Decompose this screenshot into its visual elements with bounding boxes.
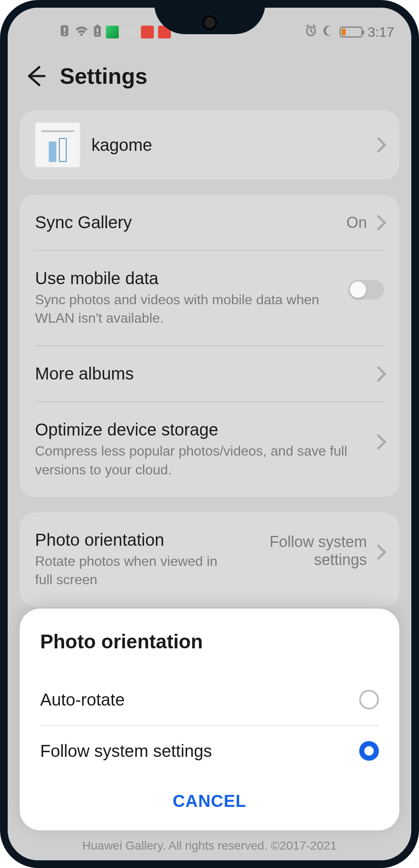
sync-gallery-label: Sync Gallery <box>35 213 346 232</box>
footer-copyright: Huawei Gallery. All rights reserved. ©20… <box>8 839 411 853</box>
dialog-option-auto-rotate[interactable]: Auto-rotate <box>40 674 379 725</box>
photo-orientation-sub: Rotate photos when viewed in full screen <box>35 552 230 589</box>
alert-icon <box>59 24 70 40</box>
chevron-right-icon <box>371 434 387 450</box>
svg-rect-5 <box>97 28 98 32</box>
photo-orientation-label: Photo orientation <box>35 530 230 550</box>
mobile-data-row[interactable]: Use mobile data Sync photos and videos w… <box>20 251 399 345</box>
cancel-button[interactable]: CANCEL <box>40 776 379 818</box>
dialog-option-follow-system[interactable]: Follow system settings <box>40 725 379 776</box>
mobile-data-toggle[interactable] <box>348 280 384 300</box>
radio-checked-icon[interactable] <box>359 741 379 761</box>
orientation-card: Photo orientation Rotate photos when vie… <box>20 512 399 607</box>
profile-card: kagome <box>20 110 399 179</box>
chevron-right-icon <box>371 137 387 153</box>
mobile-data-sub: Sync photos and videos with mobile data … <box>35 291 348 327</box>
radio-unchecked-icon[interactable] <box>359 690 379 709</box>
svg-rect-4 <box>96 25 99 26</box>
profile-name: kagome <box>91 135 373 155</box>
app-icon-2 <box>141 26 154 38</box>
svg-rect-6 <box>97 33 98 35</box>
chevron-right-icon <box>371 366 387 382</box>
sync-gallery-row[interactable]: Sync Gallery On <box>20 195 399 250</box>
svg-rect-2 <box>64 33 65 35</box>
alarm-icon <box>305 24 317 40</box>
svg-rect-1 <box>64 27 65 32</box>
optimize-sub: Compress less popular photos/videos, and… <box>35 442 373 479</box>
dialog-title: Photo orientation <box>40 630 379 653</box>
photo-orientation-value: Follow system settings <box>230 533 367 569</box>
battery-icon <box>340 26 363 38</box>
back-button[interactable] <box>23 64 48 88</box>
dialog-option-label: Auto-rotate <box>40 690 125 709</box>
photo-orientation-row[interactable]: Photo orientation Rotate photos when vie… <box>20 512 399 607</box>
profile-avatar <box>35 122 80 168</box>
page-title: Settings <box>60 63 147 89</box>
wifi-icon <box>74 25 89 40</box>
battery-alert-icon <box>93 24 102 40</box>
sync-gallery-value: On <box>346 214 367 232</box>
profile-row[interactable]: kagome <box>20 110 399 179</box>
mobile-data-label: Use mobile data <box>35 269 348 288</box>
more-albums-label: More albums <box>35 364 373 383</box>
header: Settings <box>8 46 411 110</box>
dialog-option-label: Follow system settings <box>40 741 212 761</box>
photo-orientation-dialog: Photo orientation Auto-rotate Follow sys… <box>20 609 399 830</box>
status-time: 3:17 <box>368 24 394 40</box>
app-icon-1 <box>106 26 119 38</box>
cloud-icon <box>123 25 137 39</box>
chevron-right-icon <box>371 215 387 230</box>
optimize-label: Optimize device storage <box>35 420 373 439</box>
sync-card: Sync Gallery On Use mobile data Sync pho… <box>20 195 399 497</box>
chevron-right-icon <box>371 544 387 560</box>
more-albums-row[interactable]: More albums <box>20 346 399 401</box>
moon-icon <box>322 25 334 40</box>
optimize-row[interactable]: Optimize device storage Compress less po… <box>20 402 399 497</box>
